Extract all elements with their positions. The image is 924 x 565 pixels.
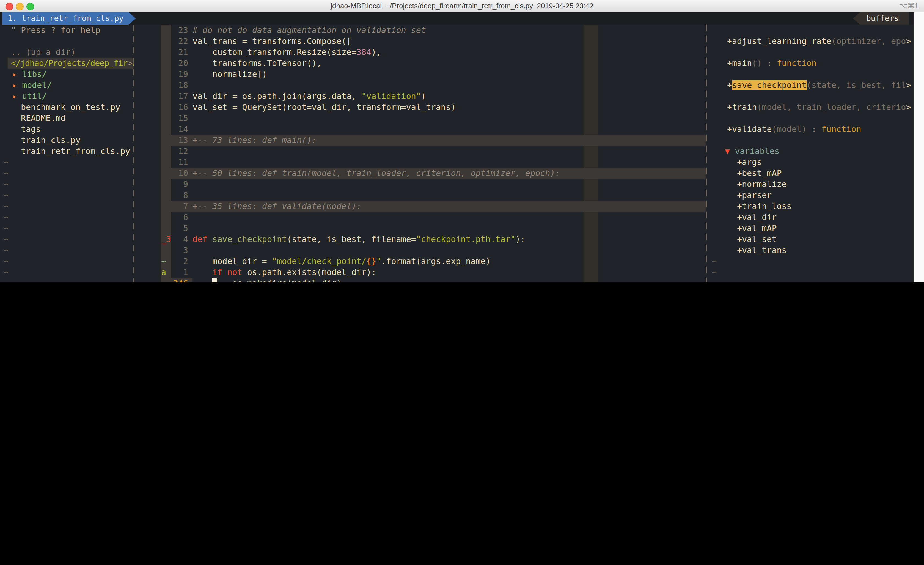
tag-item[interactable]: +main() : function — [727, 58, 816, 69]
tag-item[interactable]: +validate(model) : function — [727, 124, 861, 135]
code-line[interactable]: val_set = QuerySet(root=val_dir, transfo… — [192, 102, 456, 113]
line-number: 16 — [162, 102, 188, 113]
tag-item-variable[interactable]: +parser — [737, 190, 772, 201]
window-shortcut-badge: ⌥⌘1 — [899, 0, 918, 12]
line-number: 14 — [162, 124, 188, 135]
line-number: 8 — [162, 190, 188, 201]
tag-item-variable[interactable]: +args — [737, 157, 762, 168]
empty-line-tilde: ~ — [712, 278, 717, 282]
tag-item-variable[interactable]: +val_mAP — [737, 223, 777, 234]
empty-line-tilde: ~ — [712, 256, 717, 267]
scrollbar[interactable] — [914, 12, 924, 282]
terminal-window: jdhao-MBP.local ~/Projects/deep_firearm/… — [0, 0, 924, 282]
tab-train-retr-from-cls[interactable]: 1. train_retr_from_cls.py — [2, 12, 136, 25]
line-number: 10 — [162, 168, 188, 179]
window-title: jdhao-MBP.local ~/Projects/deep_firearm/… — [0, 0, 924, 12]
tag-item-variable[interactable]: +val_set — [737, 234, 777, 245]
gutter-sign: _3 — [161, 234, 172, 245]
line-number: 20 — [162, 58, 188, 69]
code-editor[interactable]: 23# do not do data augmentation on valid… — [0, 25, 706, 282]
tabline: 1. train_retr_from_cls.py buffers — [0, 12, 924, 25]
gutter-sign: a — [161, 267, 172, 278]
line-number: 246 — [162, 278, 188, 282]
main-content: " Press ? for help.. (up a dir)</jdhao/P… — [0, 25, 914, 282]
line-number: 11 — [162, 157, 188, 168]
line-number: 12 — [162, 146, 188, 157]
tag-item[interactable]: +train(model, train_loader, criterio> — [727, 102, 911, 113]
tagbar: +adjust_learning_rate(optimizer, epo>+ma… — [707, 25, 914, 282]
line-number: 17 — [162, 91, 188, 102]
line-number: 6 — [162, 212, 188, 223]
line-number: 7 — [162, 201, 188, 212]
tag-item-variable[interactable]: +best_mAP — [737, 168, 782, 179]
code-line[interactable]: def save_checkpoint(state, is_best, file… — [192, 234, 525, 245]
title-bar: jdhao-MBP.local ~/Projects/deep_firearm/… — [0, 0, 924, 13]
color-column — [584, 25, 598, 282]
code-line[interactable]: val_trans = transforms.Compose([ — [192, 36, 351, 47]
code-line[interactable]: model_dir = "model/check_point/{}".forma… — [192, 256, 490, 267]
line-number: 15 — [162, 113, 188, 124]
code-line[interactable]: transforms.ToTensor(), — [192, 58, 322, 69]
buffers-label: buffers — [853, 12, 909, 25]
fold-text[interactable]: +-- 73 lines: def main(): — [192, 135, 317, 146]
fold-text[interactable]: +-- 50 lines: def train(model, train_loa… — [192, 168, 560, 179]
code-line[interactable]: if not os.path.exists(model_dir): — [192, 267, 376, 278]
line-number: 21 — [162, 47, 188, 58]
tag-section-variables[interactable]: ▼ variables — [725, 146, 780, 157]
line-number: 5 — [162, 223, 188, 234]
code-line[interactable]: val_dir = os.path.join(args.data, "valid… — [192, 91, 426, 102]
line-number: 13 — [162, 135, 188, 146]
code-line[interactable]: normalize]) — [192, 69, 267, 80]
line-number: 18 — [162, 80, 188, 91]
tag-item-variable[interactable]: +normalize — [737, 179, 787, 190]
gutter-sign: ~ — [161, 256, 172, 267]
tag-item-variable[interactable]: +val_dir — [737, 212, 777, 223]
window-separator-right[interactable] — [706, 25, 707, 282]
line-number: 23 — [162, 25, 188, 36]
tag-item[interactable]: +save_checkpoint(state, is_best, fil> — [727, 80, 911, 91]
tag-item[interactable]: +adjust_learning_rate(optimizer, epo> — [727, 36, 911, 47]
line-number: 9 — [162, 179, 188, 190]
fold-text[interactable]: +-- 35 lines: def validate(model): — [192, 201, 362, 212]
tag-item-variable[interactable]: +val_trans — [737, 245, 787, 256]
line-number: 22 — [162, 36, 188, 47]
line-number: 3 — [162, 245, 188, 256]
cursor-block — [212, 278, 217, 282]
tag-item-variable[interactable]: +train_loss — [737, 201, 792, 212]
variables-collapse-icon[interactable]: ▼ — [725, 146, 730, 156]
empty-line-tilde: ~ — [712, 267, 717, 278]
line-number: 19 — [162, 69, 188, 80]
code-line[interactable]: # do not do data augmentation on validat… — [192, 25, 426, 36]
code-line[interactable]: custom_transform.Resize(size=384), — [192, 47, 381, 58]
